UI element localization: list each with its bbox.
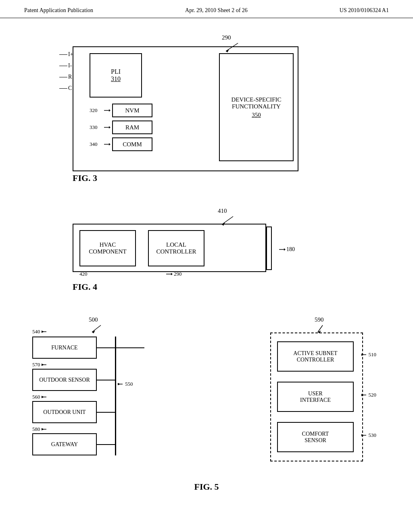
fig5-gateway-box: GATEWAY <box>32 433 97 455</box>
fig5-outdoor-unit-connector <box>97 412 115 413</box>
svg-marker-23 <box>42 396 44 398</box>
svg-marker-11 <box>171 273 173 275</box>
svg-marker-33 <box>361 434 364 436</box>
svg-marker-7 <box>109 143 111 145</box>
device-specific-line2: FUNCTIONALITY <box>232 103 281 110</box>
fig5-comfort-sensor-num: 530 <box>361 432 377 438</box>
fig5-user-interface-num: 520 <box>361 392 377 398</box>
svg-line-14 <box>92 325 101 332</box>
pli-label: PLI <box>111 68 121 75</box>
fig5-bus-to-dashed <box>116 347 144 348</box>
device-specific-num: 350 <box>252 112 261 118</box>
fig3-sub-boxes: 320 NVM 330 RAM 340 <box>90 104 152 151</box>
pli-num: 310 <box>111 75 121 83</box>
svg-marker-29 <box>361 353 364 356</box>
fig5-section: 500 590 FURNACE 540 <box>24 316 389 492</box>
svg-marker-27 <box>118 383 120 385</box>
comm-box: COMM <box>112 137 152 151</box>
fig5-outdoor-unit-num: 560 <box>32 394 48 400</box>
fig5-outdoor-sensor-connector <box>97 380 115 380</box>
fig4-label: FIG. 4 <box>73 282 97 292</box>
fig3-pins: I+ I- R C <box>59 51 73 91</box>
fig5-user-interface-box: USER INTERFACE <box>277 382 354 412</box>
fig4-local-num: 290 <box>166 271 182 277</box>
header-right: US 2010/0106324 A1 <box>340 7 389 14</box>
fig5-active-subnet-box: ACTIVE SUBNET CONTROLLER <box>277 341 354 372</box>
ram-box: RAM <box>112 121 152 134</box>
fig5-furnace-box: FURNACE <box>32 337 97 359</box>
pin-c: C <box>59 85 73 91</box>
fig5-bus-num: 550 <box>118 381 133 387</box>
pin-iminus: I- <box>59 62 73 69</box>
comm-num: 340 <box>90 141 104 148</box>
fig4-hvac-num: 420 <box>79 271 88 277</box>
fig5-furnace-num: 540 <box>32 328 48 335</box>
svg-marker-21 <box>42 364 44 366</box>
svg-marker-5 <box>109 126 111 129</box>
fig5-active-subnet-num: 510 <box>361 351 377 358</box>
pin-iplus: I+ <box>59 51 73 58</box>
fig3-device-specific-box: DEVICE-SPECIFIC FUNCTIONALITY 350 <box>219 53 294 161</box>
svg-marker-19 <box>42 330 44 333</box>
svg-marker-13 <box>284 248 286 251</box>
svg-marker-31 <box>361 394 364 396</box>
fig4-section: 410 HVAC COMPONENT 420 LOCAL CONTROLLER <box>24 208 389 292</box>
fig5-bus-line <box>115 337 116 455</box>
fig4-hvac-box: HVAC COMPONENT <box>79 230 136 266</box>
ram-row: 330 RAM <box>90 121 152 134</box>
fig5-label: FIG. 5 <box>24 482 389 492</box>
fig5-dashed-box: ACTIVE SUBNET CONTROLLER 510 USER INTERF… <box>270 332 363 461</box>
fig3-label: FIG. 3 <box>73 173 97 183</box>
header-center: Apr. 29, 2010 Sheet 2 of 26 <box>185 7 248 14</box>
device-specific-line1: DEVICE-SPECIFIC <box>231 96 281 103</box>
fig5-furnace-connector <box>97 347 115 348</box>
fig5-outdoor-sensor-box: OUTDOOR SENSOR <box>32 369 97 391</box>
fig4-outer-box: HVAC COMPONENT 420 LOCAL CONTROLLER 290 <box>73 224 266 272</box>
fig5-ref-500: 500 <box>89 316 109 335</box>
svg-marker-25 <box>42 428 44 430</box>
fig3-outer-box: I+ I- R C PLI 310 <box>73 46 298 171</box>
svg-line-8 <box>222 216 233 224</box>
fig5-gateway-num: 580 <box>32 426 48 432</box>
fig5-ref-590: 590 <box>315 316 335 335</box>
comm-row: 340 COMM <box>90 137 152 151</box>
nvm-box: NVM <box>112 104 152 117</box>
fig5-gateway-connector <box>97 444 115 445</box>
nvm-row: 320 NVM <box>90 104 152 117</box>
fig4-bus-num: 180 <box>279 246 295 253</box>
pin-r: R <box>59 74 73 80</box>
fig3-pli-box: PLI 310 <box>90 53 142 98</box>
svg-marker-3 <box>109 109 111 112</box>
header-left: Patent Application Publication <box>24 7 93 14</box>
nvm-num: 320 <box>90 107 104 114</box>
fig4-bus-bar <box>266 227 272 270</box>
ram-num: 330 <box>90 124 104 131</box>
fig4-local-box: LOCAL CONTROLLER <box>148 230 204 266</box>
page-header: Patent Application Publication Apr. 29, … <box>0 0 413 18</box>
fig5-comfort-sensor-box: COMFORT SENSOR <box>277 422 354 452</box>
fig5-outdoor-sensor-num: 570 <box>32 362 48 368</box>
fig5-outdoor-unit-box: OUTDOOR UNIT <box>32 401 97 423</box>
fig5-container: 500 590 FURNACE 540 <box>28 316 375 478</box>
fig3-section: 290 I+ I- R <box>24 30 389 183</box>
